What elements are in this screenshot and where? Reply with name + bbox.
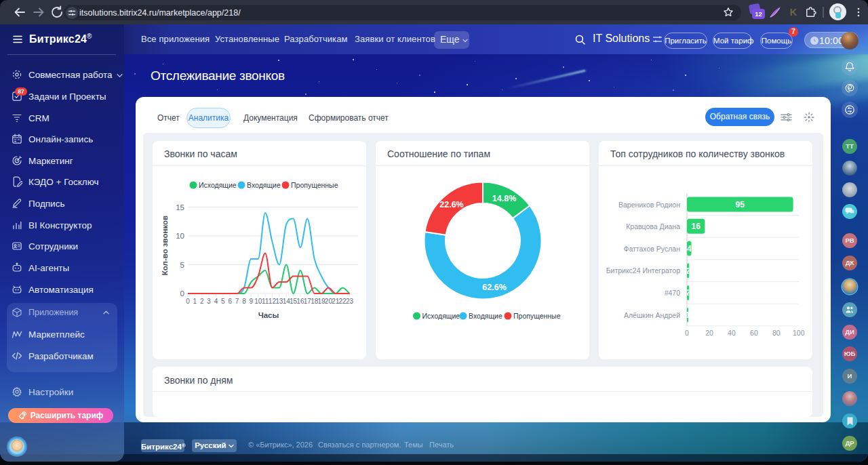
svg-text:80: 80 (772, 329, 781, 337)
svg-text:20: 20 (705, 329, 713, 337)
svg-text:5: 5 (180, 261, 184, 269)
svg-text:Вареников Родион: Вареников Родион (618, 201, 680, 209)
svg-text:1: 1 (686, 310, 690, 320)
svg-text:Часы: Часы (258, 311, 279, 319)
svg-text:Кравцова Диана: Кравцова Диана (626, 222, 680, 230)
svg-text:Исходящие: Исходящие (199, 181, 237, 189)
svg-text:Исходящие: Исходящие (422, 312, 460, 320)
svg-text:95: 95 (736, 200, 745, 209)
svg-text:#470: #470 (665, 289, 681, 297)
svg-text:4: 4 (687, 244, 692, 254)
svg-text:Алёшкин Андрей: Алёшкин Андрей (624, 311, 680, 319)
svg-text:Кол-во звонков: Кол-во звонков (161, 216, 169, 275)
svg-text:60: 60 (750, 329, 758, 337)
svg-text:22.6%: 22.6% (439, 200, 463, 209)
svg-text:23: 23 (346, 298, 354, 305)
svg-text:14.8%: 14.8% (492, 194, 516, 203)
svg-text:6: 6 (228, 298, 232, 305)
svg-text:Битрикс24 Интегратор: Битрикс24 Интегратор (606, 266, 681, 275)
svg-text:40: 40 (728, 329, 736, 337)
svg-text:Фаттахов Руслан: Фаттахов Руслан (623, 245, 680, 253)
svg-text:0: 0 (685, 329, 689, 337)
svg-text:Пропущенные: Пропущенные (513, 312, 561, 320)
svg-text:62.6%: 62.6% (482, 283, 506, 292)
svg-text:3: 3 (207, 298, 211, 305)
svg-text:2: 2 (200, 298, 204, 305)
svg-text:16: 16 (692, 222, 701, 231)
svg-text:0: 0 (180, 289, 184, 298)
svg-text:0: 0 (186, 298, 190, 305)
svg-text:5: 5 (221, 298, 225, 305)
svg-text:Входящие: Входящие (247, 181, 281, 189)
svg-text:15: 15 (176, 203, 184, 211)
svg-text:1: 1 (193, 298, 197, 305)
svg-text:Пропущенные: Пропущенные (291, 181, 338, 189)
svg-text:4: 4 (214, 298, 218, 305)
svg-text:9: 9 (250, 298, 254, 305)
svg-text:Входящие: Входящие (469, 312, 502, 320)
svg-text:10: 10 (176, 232, 184, 240)
svg-text:7: 7 (235, 298, 239, 305)
svg-text:100: 100 (793, 329, 805, 337)
svg-text:8: 8 (242, 298, 246, 305)
